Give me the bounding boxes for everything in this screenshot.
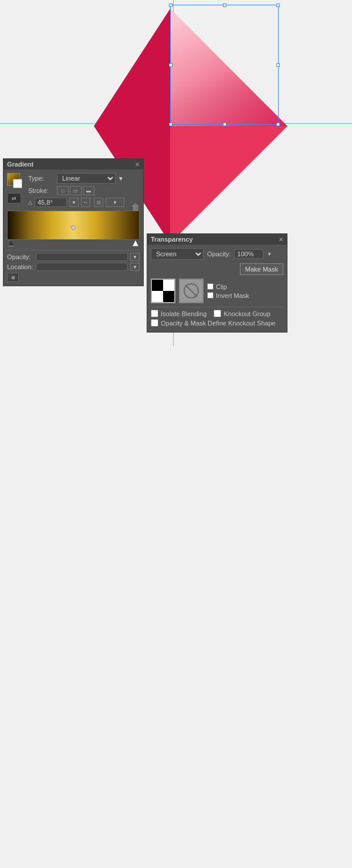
expand-icon[interactable]: ▼ — [118, 175, 124, 182]
gradient-swatch-bg[interactable] — [13, 179, 22, 188]
gradient-type-select[interactable]: Linear — [57, 173, 116, 184]
mask-thumbnail[interactable] — [151, 279, 175, 303]
location-dropdown[interactable]: ▼ — [130, 263, 140, 271]
isolate-label: Isolate Blending — [161, 310, 207, 317]
transparency-panel-close[interactable]: ✕ — [279, 236, 283, 243]
aspect-btn[interactable]: ▼ — [106, 198, 124, 207]
stroke-icon-2[interactable]: ▭ — [70, 186, 82, 195]
make-mask-button[interactable]: Make Mask — [240, 263, 283, 275]
stroke-icon-1[interactable]: □ — [57, 186, 69, 195]
angle-dropdown[interactable]: ▼ — [69, 198, 79, 207]
location-slider[interactable] — [36, 263, 128, 271]
invert-mask-checkbox[interactable] — [207, 292, 214, 299]
clip-label: Clip — [216, 283, 227, 290]
svg-marker-1 — [170, 126, 287, 243]
opacity-mask-label: Opacity & Mask Define Knockout Shape — [161, 320, 276, 327]
stop-left[interactable] — [8, 240, 14, 246]
svg-line-6 — [185, 285, 197, 297]
midpoint-marker[interactable] — [71, 225, 76, 230]
gradient-panel-header[interactable]: Gradient ✕ — [4, 159, 143, 169]
opacity-dropdown[interactable]: ▼ — [130, 253, 140, 261]
angle-icon: △ — [28, 199, 32, 205]
transparency-panel-header[interactable]: Transparency ✕ — [147, 234, 287, 245]
angle-input[interactable] — [35, 198, 67, 207]
knockout-label: Knockout Group — [224, 310, 270, 317]
transparency-panel: Transparency ✕ Screen Opacity: ▼ Make Ma… — [147, 233, 287, 333]
bottom-icon-1[interactable]: ⊞ — [7, 273, 19, 282]
stop-right[interactable] — [133, 240, 138, 246]
stroke-label: Stroke: — [28, 187, 55, 194]
no-mask-icon[interactable] — [179, 279, 204, 303]
type-label: Type: — [28, 175, 55, 182]
opacity-label-t: Opacity: — [207, 250, 231, 257]
blend-mode-select[interactable]: Screen — [151, 248, 204, 260]
clip-checkbox[interactable] — [207, 283, 214, 290]
opacity-arrow[interactable]: ▼ — [267, 252, 272, 257]
aspect-icon[interactable]: ⊡ — [94, 198, 103, 207]
knockout-checkbox[interactable] — [214, 310, 221, 317]
svg-marker-4 — [170, 9, 287, 126]
gradient-panel-title: Gradient — [7, 161, 33, 168]
transparency-panel-title: Transparency — [151, 236, 193, 243]
reverse-icon[interactable]: ↔ — [81, 198, 90, 207]
location-label: Location: — [7, 263, 33, 270]
swap-icon[interactable]: ⇄ — [7, 193, 21, 204]
gradient-panel-close[interactable]: ✕ — [135, 161, 140, 168]
invert-mask-label: Invert Mask — [216, 292, 249, 299]
isolate-checkbox[interactable] — [151, 310, 158, 317]
opacity-slider[interactable] — [36, 253, 128, 261]
stroke-icon-3[interactable]: ▬ — [83, 186, 94, 195]
opacity-input-t[interactable] — [234, 249, 263, 259]
delete-stop-icon[interactable]: 🗑 — [131, 202, 140, 212]
svg-marker-3 — [94, 9, 170, 126]
opacity-mask-checkbox[interactable] — [151, 319, 158, 327]
gradient-panel: Gradient ✕ ⇄ Type: — [3, 158, 144, 286]
opacity-label: Opacity: — [7, 253, 33, 260]
